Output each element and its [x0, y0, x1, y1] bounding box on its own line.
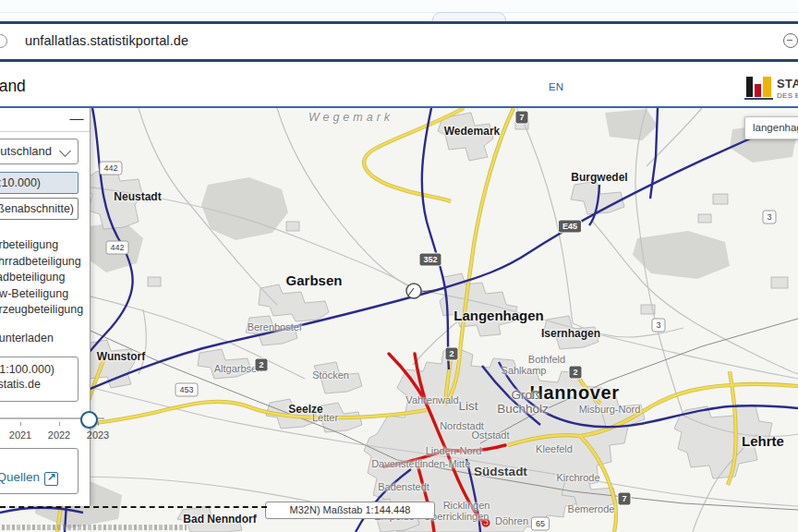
footer-link-label: Methodik und Quellen	[0, 470, 40, 484]
map-label: Wegemark	[308, 111, 393, 124]
road-shield: 65	[531, 517, 550, 531]
year-label[interactable]: 2023	[87, 429, 109, 441]
map-label: Neustadt	[114, 190, 161, 203]
zoom-out-icon[interactable]	[783, 33, 798, 48]
map-label: Linden-Nord	[426, 445, 482, 456]
page-title: Unfallatlas Deutschland	[0, 77, 26, 96]
minimize-icon[interactable]: —	[69, 110, 84, 127]
road-shield: 2	[254, 358, 268, 372]
panel-footer-box: Methodik und Quellen↗	[0, 448, 79, 494]
map-label: Sahlkamp	[502, 365, 547, 376]
map-label: Groß	[512, 388, 540, 402]
map-label: Bothfeld	[528, 354, 565, 365]
mode-button-unfallorte[interactable]: Unfallorte (bis 1:10.000)	[0, 172, 79, 194]
map-search-input[interactable]: langenhagen	[744, 116, 798, 139]
slider-tick	[98, 422, 99, 426]
map-label: Berenbostel	[248, 321, 302, 332]
info-box: Rasterkarte (ab 1:100.000) www.destatis.…	[0, 357, 79, 402]
layer-checkbox-list: Unfälle mit FußgängerbeteiligungUnfälle …	[0, 236, 79, 317]
year-label[interactable]: 2021	[9, 429, 31, 441]
browser-tab-strip	[0, 0, 798, 24]
map-label: Ricklingen	[443, 500, 490, 511]
layer-label: Unfälle mit Pkw-Beteiligung	[0, 287, 68, 300]
panel-titlebar: Unfallatlas —	[0, 108, 90, 132]
info-line2[interactable]: www.destatis.de	[0, 377, 78, 392]
map-label: List	[458, 399, 478, 413]
slider-tick	[59, 422, 60, 426]
info-line1: Rasterkarte (ab 1:100.000)	[0, 362, 78, 377]
layer-label: Unfälle mit Fußgängerbeteiligung	[0, 238, 58, 251]
scale-indicator: M32N) Maßstab 1:144.448	[265, 502, 435, 519]
layer-label: Unfälle mit Güterkraftfahrzeugbeteiligun…	[0, 303, 83, 316]
app-header: Unfallatlas Deutschland EN STATISTISCHE …	[0, 62, 798, 108]
road-shield: 2	[568, 366, 582, 380]
road-shield: 352	[418, 253, 441, 267]
map-label: Kirchrode	[556, 472, 599, 483]
map-label: Buchholz	[497, 402, 549, 416]
map-label: Wunstorf	[97, 350, 145, 363]
map-label: Döhren	[495, 515, 528, 526]
filter-panel: Unfallatlas — Deutschland Unfallorte (bi…	[0, 108, 91, 506]
road-shield: 453	[175, 383, 198, 397]
chevron-down-icon	[59, 145, 71, 157]
road-shield: 3	[651, 319, 665, 332]
layer-label: Unfälle mit Kraftradbeteiligung	[0, 271, 65, 284]
map-label: Bemerode	[568, 503, 615, 514]
layer-row[interactable]: Unfälle mit Güterkraftfahrzeugbeteiligun…	[0, 300, 79, 317]
url-text[interactable]: unfallatlas.statistikportal.de	[25, 33, 188, 48]
layer-row[interactable]: Unfälle mit Fahrradbeteiligung	[0, 252, 79, 269]
road-shield: E45	[558, 220, 582, 234]
scale-dashes	[0, 506, 267, 508]
map-label: Garbsen	[286, 272, 343, 288]
map-label: Langenhagen	[453, 308, 544, 323]
map-label: Lehrte	[742, 433, 784, 449]
road-shield: 3	[762, 211, 776, 224]
layer-row[interactable]: Unfälle mit Pkw-Beteiligung	[0, 284, 79, 301]
region-select[interactable]: Deutschland	[0, 139, 79, 164]
logo-bars-icon	[744, 77, 773, 101]
map-label: Isernhagen	[541, 327, 600, 340]
map-label: Vahrenwald	[405, 394, 458, 405]
year-label[interactable]: 2022	[48, 429, 70, 441]
layer-row[interactable]: Unfälle mit Kraftradbeteiligung	[0, 268, 79, 284]
slider-thumb[interactable]	[80, 411, 98, 429]
map-label: Stöcken	[312, 369, 349, 381]
map-label: Kleefeld	[536, 443, 573, 454]
map-label: Badenstedt	[378, 481, 429, 492]
layer-label: Unfälle mit Fahrradbeteiligung	[0, 255, 81, 268]
road-shield: 442	[99, 162, 122, 175]
map-attribution	[2, 525, 187, 530]
mode-button-unfallhaeufigkeit[interactable]: Unfallhäufigkeit (Straßenabschnitte)	[0, 198, 79, 220]
map-label: Oststadt	[472, 429, 510, 441]
map-label: Wedemark	[444, 125, 500, 138]
road-shield: 7	[617, 492, 631, 506]
map-label: Bad Nenndorf	[183, 513, 256, 526]
year-slider[interactable]: 202120222023	[0, 405, 79, 446]
map-label: Misburg-Nord	[579, 404, 641, 415]
map-label: Burgwedel	[571, 171, 627, 184]
road-shield: 7	[514, 111, 528, 125]
slider-tick	[20, 422, 21, 426]
road-shield: 2	[444, 347, 458, 361]
external-link-icon: ↗	[44, 472, 58, 486]
map-label: Letter	[312, 412, 338, 423]
road-shield: 442	[105, 241, 128, 255]
statistik-logo: STATISTISCHE ÄMTER DES BUNDES UND DER LÄ…	[744, 77, 798, 101]
region-select-value: Deutschland	[0, 144, 52, 158]
footer-link[interactable]: Methodik und Quellen↗	[0, 470, 58, 486]
download-link[interactable]: Unfalldaten herunterladen	[0, 332, 79, 345]
map-label: Linden-Mitte	[415, 458, 471, 469]
browser-address-bar[interactable]: unfallatlas.statistikportal.de	[0, 24, 798, 62]
logo-line2: DES BUNDES UND DER LÄNDER	[777, 91, 798, 100]
map-label: Südstadt	[474, 465, 527, 478]
logo-line1: STATISTISCHE ÄMTER	[777, 77, 798, 91]
language-link[interactable]: EN	[549, 81, 563, 92]
reload-icon[interactable]	[0, 34, 7, 48]
layer-row[interactable]: Unfälle mit Fußgängerbeteiligung	[0, 236, 79, 252]
